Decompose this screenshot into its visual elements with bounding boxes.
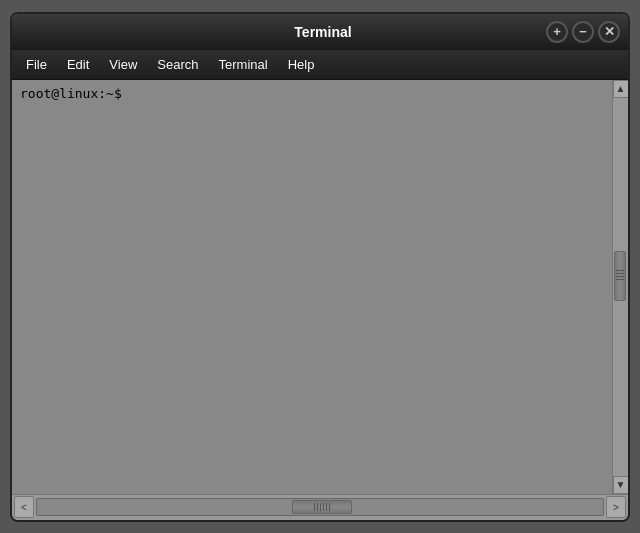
terminal-window: Terminal + − ✕ File Edit View Search Ter…	[10, 12, 630, 522]
scroll-left-button[interactable]: <	[14, 496, 34, 518]
terminal-content[interactable]: root@linux:~$	[12, 80, 612, 494]
scroll-track-vertical[interactable]	[613, 98, 628, 476]
scroll-right-button[interactable]: >	[606, 496, 626, 518]
menu-bar: File Edit View Search Terminal Help	[12, 50, 628, 80]
vertical-scrollbar: ▲ ▼	[612, 80, 628, 494]
scroll-thumb-vertical[interactable]	[614, 251, 626, 301]
menu-item-edit[interactable]: Edit	[57, 53, 99, 76]
scroll-track-horizontal[interactable]	[36, 498, 604, 516]
menu-item-help[interactable]: Help	[278, 53, 325, 76]
scroll-thumb-horizontal[interactable]	[292, 500, 352, 514]
menu-item-file[interactable]: File	[16, 53, 57, 76]
scroll-down-button[interactable]: ▼	[613, 476, 629, 494]
prompt-line: root@linux:~$	[20, 86, 604, 101]
title-bar: Terminal + − ✕	[12, 14, 628, 50]
terminal-prompt: root@linux:~$	[20, 86, 122, 101]
window-title: Terminal	[100, 24, 546, 40]
bottom-bar: < >	[12, 494, 628, 520]
close-button[interactable]: ✕	[598, 21, 620, 43]
menu-item-search[interactable]: Search	[147, 53, 208, 76]
title-bar-controls: + − ✕	[546, 21, 620, 43]
menu-item-terminal[interactable]: Terminal	[209, 53, 278, 76]
minimize-button[interactable]: −	[572, 21, 594, 43]
add-button[interactable]: +	[546, 21, 568, 43]
menu-item-view[interactable]: View	[99, 53, 147, 76]
scroll-up-button[interactable]: ▲	[613, 80, 629, 98]
main-area: root@linux:~$ ▲ ▼	[12, 80, 628, 494]
